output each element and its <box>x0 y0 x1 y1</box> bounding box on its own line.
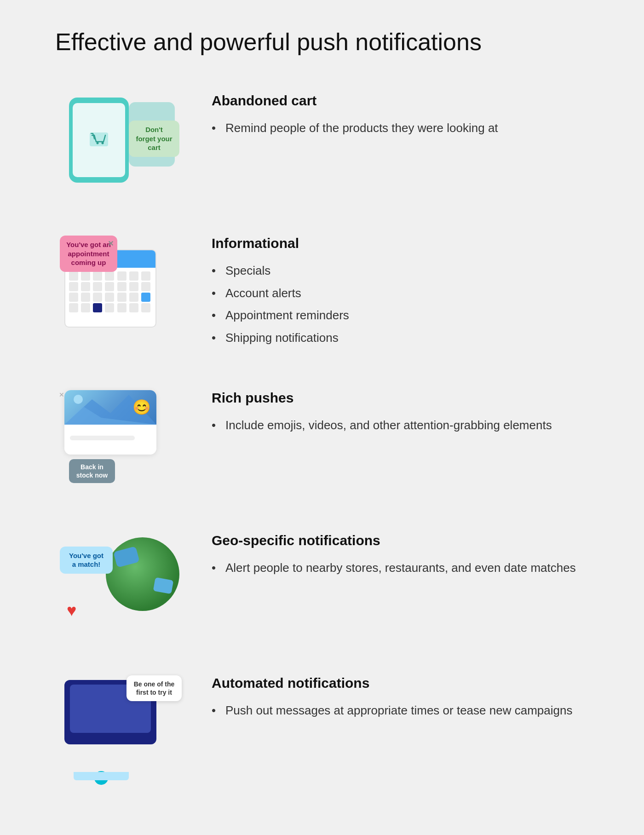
cal-cell-blue <box>141 293 150 302</box>
content-informational: Informational Specials Account alerts Ap… <box>212 226 589 349</box>
bullet-item: Specials <box>212 259 589 282</box>
bullet-item: Remind people of the products they were … <box>212 117 589 139</box>
cal-cell <box>81 293 90 302</box>
svg-rect-0 <box>90 132 108 146</box>
illustration-geo-specific: You've got a match! ♥ <box>55 524 184 634</box>
cal-cell <box>69 303 78 312</box>
close-icon-rich: ✕ <box>59 391 64 398</box>
section-heading-geo-specific: Geo-specific notifications <box>212 533 589 548</box>
globe-icon <box>106 537 179 611</box>
content-automated: Automated notifications Push out message… <box>212 666 589 721</box>
cal-cell <box>129 303 138 312</box>
bullet-list-informational: Specials Account alerts Appointment remi… <box>212 259 589 349</box>
bullet-item: Include emojis, videos, and other attent… <box>212 414 589 436</box>
geo-notification-bubble: You've got a match! <box>60 547 113 574</box>
cart-notification-bubble: Don't forget your cart <box>129 121 179 157</box>
illustration-rich-pushes: 😊 ✕ Back in stock now <box>55 381 184 491</box>
cal-cell <box>81 303 90 312</box>
cal-cell <box>105 282 114 291</box>
cal-cell <box>69 293 78 302</box>
cal-cell <box>105 293 114 302</box>
auto-notification-bubble: Be one of the first to try it <box>126 675 182 701</box>
section-heading-abandoned-cart: Abandoned cart <box>212 93 589 109</box>
cal-cell <box>105 271 114 281</box>
cal-cell <box>117 282 126 291</box>
cal-cell-navy <box>93 303 102 312</box>
bullet-list-rich-pushes: Include emojis, videos, and other attent… <box>212 414 589 436</box>
cal-cell <box>105 303 114 312</box>
cal-cell <box>81 282 90 291</box>
section-automated: Be one of the first to try it Automated … <box>55 666 589 777</box>
bullet-item: Appointment reminders <box>212 304 589 326</box>
bullet-list-geo-specific: Alert people to nearby stores, restauran… <box>212 557 589 579</box>
cart-icon <box>87 129 110 152</box>
cal-cell <box>117 271 126 281</box>
cal-cell <box>129 271 138 281</box>
section-geo-specific: You've got a match! ♥ Geo-specific notif… <box>55 524 589 634</box>
cal-cell <box>93 271 102 281</box>
heart-icon: ♥ <box>67 601 76 620</box>
appt-notification-bubble: You've got an appointment coming up ✕ <box>60 236 117 272</box>
page-title: Effective and powerful push notification… <box>55 28 589 56</box>
cal-cell <box>69 271 78 281</box>
cal-cell <box>81 271 90 281</box>
cal-cell <box>117 303 126 312</box>
illustration-abandoned-cart: Don't forget your cart <box>55 84 184 194</box>
bullet-item: Shipping notifications <box>212 327 589 349</box>
calendar-grid <box>65 268 155 316</box>
bullet-list-automated: Push out messages at appropriate times o… <box>212 699 589 721</box>
svg-point-1 <box>97 142 99 144</box>
content-abandoned-cart: Abandoned cart Remind people of the prod… <box>212 84 589 139</box>
cal-cell <box>93 282 102 291</box>
section-rich-pushes: 😊 ✕ Back in stock now Rich pushes Includ… <box>55 381 589 491</box>
cal-cell <box>129 293 138 302</box>
cal-cell <box>141 282 150 291</box>
section-abandoned-cart: Don't forget your cart Abandoned cart Re… <box>55 84 589 194</box>
cal-cell <box>117 293 126 302</box>
cal-cell <box>141 271 150 281</box>
svg-point-5 <box>74 395 83 404</box>
section-heading-automated: Automated notifications <box>212 675 589 691</box>
illustration-automated: Be one of the first to try it <box>55 666 184 777</box>
svg-point-2 <box>102 142 104 144</box>
bullet-item: Account alerts <box>212 282 589 304</box>
smiley-emoji: 😊 <box>132 398 151 416</box>
bullet-item: Alert people to nearby stores, restauran… <box>212 557 589 579</box>
phone-screen <box>73 103 125 177</box>
section-heading-informational: Informational <box>212 236 589 251</box>
monitor-base <box>74 772 129 780</box>
close-icon: ✕ <box>108 239 114 249</box>
rich-image-area: 😊 <box>64 390 156 425</box>
bullet-list-abandoned-cart: Remind people of the products they were … <box>212 117 589 139</box>
cal-cell <box>129 282 138 291</box>
phone-shape <box>69 98 129 183</box>
rich-notification-bubble: Back in stock now <box>69 459 115 483</box>
illustration-informational: You've got an appointment coming up ✕ <box>55 226 184 337</box>
cal-cell <box>69 282 78 291</box>
section-informational: You've got an appointment coming up ✕ <box>55 226 589 349</box>
cal-cell <box>93 293 102 302</box>
section-heading-rich-pushes: Rich pushes <box>212 390 589 406</box>
content-rich-pushes: Rich pushes Include emojis, videos, and … <box>212 381 589 436</box>
bullet-item: Push out messages at appropriate times o… <box>212 699 589 721</box>
content-geo-specific: Geo-specific notifications Alert people … <box>212 524 589 579</box>
rich-card: 😊 <box>64 390 156 455</box>
cal-cell <box>141 303 150 312</box>
